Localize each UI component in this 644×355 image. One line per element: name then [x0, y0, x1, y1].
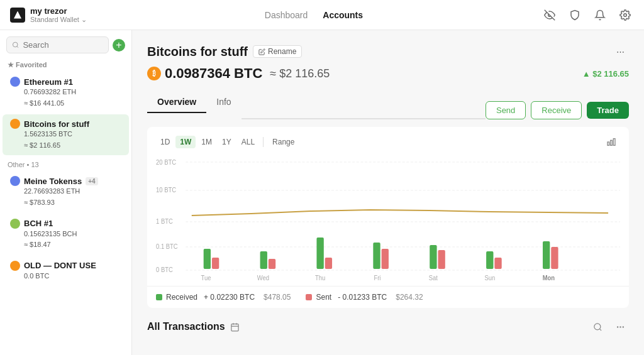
token-count-badge: +4 [86, 177, 97, 185]
rename-button[interactable]: Rename [253, 45, 302, 58]
main-layout: + ★ Favorited Ethereum #1 0.76693282 ETH… [0, 30, 644, 355]
svg-rect-17 [204, 249, 211, 269]
time-all[interactable]: ALL [237, 136, 259, 148]
tab-underline-spacer [242, 98, 486, 119]
topnav-left: my trezor Standard Wallet ⌄ [10, 6, 87, 24]
account-title: Bitcoins for stuff [147, 45, 248, 59]
all-transactions-title: All Transactions [147, 321, 240, 332]
account-balance: 0.0 BTC [24, 271, 121, 282]
all-transactions-header: All Transactions [147, 318, 629, 336]
chart-divider [263, 137, 264, 147]
svg-rect-26 [438, 250, 445, 269]
account-name: Ethereum #1 [10, 77, 121, 87]
svg-point-45 [623, 326, 623, 327]
range-button[interactable]: Range [267, 136, 299, 148]
nav-accounts[interactable]: Accounts [323, 10, 363, 20]
add-account-button[interactable]: + [113, 39, 125, 52]
sidebar: + ★ Favorited Ethereum #1 0.76693282 ETH… [0, 30, 132, 355]
svg-rect-20 [269, 259, 275, 269]
bell-icon[interactable] [591, 6, 609, 24]
svg-point-42 [594, 323, 600, 329]
svg-rect-6 [613, 139, 615, 146]
approx-usd: ≈ $2 116.65 [270, 67, 330, 80]
chart-container: 1D 1W 1M 1Y ALL Range 20 BTC 10 BTC 1 BT… [147, 127, 629, 308]
svg-text:0 BTC: 0 BTC [156, 266, 173, 273]
favorited-label: ★ Favorited [0, 58, 131, 72]
sidebar-item-meine-tokenss[interactable]: Meine Tokenss +4 22.76693283 ETH ≈ $783.… [3, 172, 129, 212]
topnav: my trezor Standard Wallet ⌄ Dashboard Ac… [0, 0, 644, 30]
time-1m[interactable]: 1M [197, 136, 216, 148]
all-transactions-actions [589, 318, 629, 336]
account-title-row: Bitcoins for stuff Rename [147, 45, 302, 59]
account-name: OLD — DONT USE [10, 261, 121, 271]
search-box[interactable] [6, 36, 109, 53]
eye-off-icon[interactable] [541, 6, 558, 24]
settings-icon[interactable] [616, 6, 634, 24]
shield-icon[interactable] [566, 6, 584, 24]
account-balance: 0.15623135 BCH ≈ $18.47 [24, 229, 121, 251]
svg-text:1 BTC: 1 BTC [156, 218, 173, 225]
svg-text:Sun: Sun [484, 275, 495, 281]
search-input[interactable] [23, 40, 103, 50]
sidebar-item-old[interactable]: OLD — DONT USE 0.0 BTC [3, 256, 129, 287]
legend-sent: Sent - 0.01233 BTC $264.32 [306, 293, 423, 302]
legend-received: Received + 0.02230 BTC $478.05 [156, 293, 291, 302]
svg-rect-25 [430, 245, 436, 269]
sidebar-item-ethereum1[interactable]: Ethereum #1 0.76693282 ETH ≈ $16 441.05 [3, 72, 129, 113]
svg-text:0.1 BTC: 0.1 BTC [156, 243, 178, 250]
btc-coin-icon [10, 261, 20, 271]
tab-info[interactable]: Info [206, 92, 241, 113]
trade-button[interactable]: Trade [587, 102, 629, 119]
chart-svg-wrap: 20 BTC 10 BTC 1 BTC 0.1 BTC 0 BTC [147, 151, 629, 283]
topnav-right [541, 6, 634, 24]
eth-coin-icon [10, 77, 20, 87]
nav-dashboard[interactable]: Dashboard [265, 10, 308, 20]
svg-text:20 BTC: 20 BTC [156, 159, 176, 166]
topnav-center: Dashboard Accounts [265, 10, 363, 20]
account-more-button[interactable]: ⋯ [611, 43, 629, 60]
content-area: Bitcoins for stuff Rename ⋯ ₿ 0.0987364 … [132, 30, 644, 355]
transactions-search-button[interactable] [589, 318, 606, 336]
send-button[interactable]: Send [486, 101, 526, 119]
svg-rect-38 [231, 324, 238, 330]
eth-coin-icon [10, 176, 20, 186]
account-balance: 0.76693282 ETH ≈ $16 441.05 [24, 87, 121, 109]
balance-row: ₿ 0.0987364 BTC ≈ $2 116.65 ▲ $2 116.65 [147, 65, 629, 82]
gain-badge: ▲ $2 116.65 [582, 69, 629, 79]
chevron-down-icon: ⌄ [81, 16, 87, 24]
sent-dot [306, 294, 312, 300]
sidebar-item-bch1[interactable]: BCH #1 0.15623135 BCH ≈ $18.47 [3, 214, 129, 255]
svg-rect-19 [260, 251, 267, 269]
wallet-info: my trezor Standard Wallet ⌄ [30, 6, 87, 24]
svg-rect-21 [316, 238, 323, 269]
svg-point-2 [13, 42, 18, 47]
calendar-icon [230, 322, 240, 332]
search-icon [12, 41, 19, 49]
transactions-more-button[interactable] [611, 318, 629, 336]
account-balance: 1.5623135 BTC ≈ $2 116.65 [24, 129, 121, 151]
svg-rect-27 [486, 251, 493, 269]
svg-text:Mon: Mon [543, 275, 555, 281]
svg-point-46 [617, 326, 618, 327]
receive-button[interactable]: Receive [531, 101, 582, 119]
wallet-type[interactable]: Standard Wallet ⌄ [30, 16, 87, 24]
btc-coin-icon [10, 119, 20, 129]
wallet-name: my trezor [30, 6, 87, 16]
tab-overview[interactable]: Overview [147, 92, 206, 113]
svg-line-3 [17, 46, 18, 48]
account-name: Meine Tokenss +4 [10, 176, 121, 186]
time-1y[interactable]: 1Y [218, 136, 236, 148]
chart-type-icon[interactable] [602, 133, 620, 151]
sidebar-item-bitcoins-stuff[interactable]: Bitcoins for stuff 1.5623135 BTC ≈ $2 11… [3, 114, 129, 155]
account-tabs: Overview Info [147, 92, 242, 112]
svg-rect-23 [373, 243, 380, 269]
svg-text:Thu: Thu [315, 275, 325, 281]
time-1d[interactable]: 1D [156, 136, 174, 148]
account-name: BCH #1 [10, 219, 121, 229]
svg-rect-5 [611, 140, 613, 145]
trezor-logo [10, 8, 25, 23]
svg-rect-28 [494, 258, 501, 269]
account-name: Bitcoins for stuff [10, 119, 121, 129]
svg-rect-4 [608, 142, 609, 145]
time-1w[interactable]: 1W [175, 136, 196, 148]
